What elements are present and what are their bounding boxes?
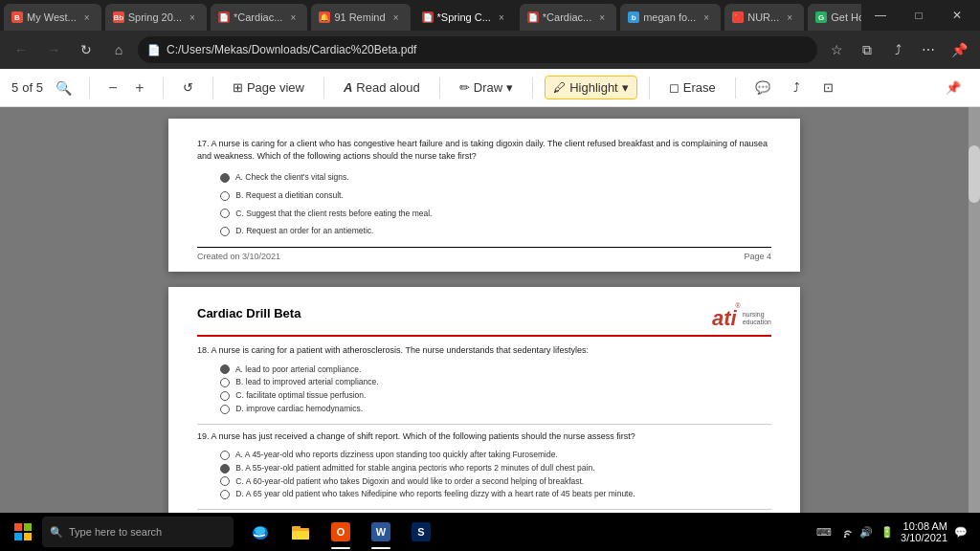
- tab-close-tab1[interactable]: ×: [80, 11, 94, 24]
- pdf-content: 17. A nurse is caring for a client who h…: [0, 107, 980, 551]
- tab-label-tab8: NUR...: [747, 11, 779, 23]
- taskbar-edge[interactable]: [241, 513, 279, 551]
- share-button[interactable]: ⤴: [884, 36, 911, 63]
- answer-circle-17d: [220, 227, 230, 236]
- page-navigation-group: 5 of 5: [11, 80, 43, 95]
- tab-close-tab6[interactable]: ×: [595, 11, 609, 24]
- ati-logo-sup: ®: [735, 302, 740, 309]
- more-options-button[interactable]: ⊡: [815, 77, 841, 99]
- answer-circle-19b: [220, 464, 230, 474]
- zoom-out-button[interactable]: −: [101, 77, 124, 99]
- question-18-section: 18. A nurse is caring for a patient with…: [197, 344, 771, 414]
- comment-button[interactable]: 💬: [747, 77, 778, 99]
- draw-button[interactable]: ✏ Draw ▾: [452, 77, 521, 99]
- answer-17b: B. Request a dietitian consult.: [209, 190, 771, 201]
- svg-rect-6: [292, 526, 301, 530]
- minimize-button[interactable]: —: [861, 0, 900, 31]
- divider-7: [649, 77, 650, 99]
- close-button[interactable]: ✕: [938, 0, 976, 31]
- search-label: Type here to search: [69, 526, 162, 538]
- answer-18a: A. lead to poor arterial compliance.: [209, 364, 771, 375]
- highlight-chevron: ▾: [622, 80, 629, 95]
- windows-icon: [14, 523, 32, 540]
- ati-header: Cardiac Drill Beta ati ® nursingeducatio…: [197, 306, 771, 337]
- answer-circle-17b: [220, 191, 230, 201]
- answer-18c: C. facilitate optimal tissue perfusion.: [209, 390, 771, 401]
- network-icon[interactable]: [837, 524, 853, 540]
- draw-label: Draw: [474, 80, 502, 95]
- highlight-label: Highlight: [569, 80, 618, 95]
- footer-left-4: Created on 3/10/2021: [197, 252, 280, 261]
- tab-tab7[interactable]: bmegan fo...×: [620, 4, 721, 31]
- tab-close-tab4[interactable]: ×: [390, 11, 403, 24]
- keyboard-icon[interactable]: ⌨: [816, 524, 832, 540]
- answer-circle-19d: [220, 490, 230, 499]
- pdf-page-4: 17. A nurse is caring for a client who h…: [168, 119, 800, 272]
- page-view-label: Page view: [247, 80, 304, 95]
- tab-close-tab8[interactable]: ×: [783, 11, 796, 24]
- system-clock[interactable]: 10:08 AM 3/10/2021: [901, 520, 947, 543]
- tab-close-tab3[interactable]: ×: [286, 11, 300, 24]
- forward-button[interactable]: →: [40, 36, 67, 63]
- zoom-in-button[interactable]: +: [128, 77, 151, 99]
- settings-button[interactable]: ⋯: [915, 36, 942, 63]
- tab-close-tab5[interactable]: ×: [495, 11, 508, 24]
- tab-tab9[interactable]: GGet Hom...×: [808, 4, 861, 31]
- answer-circle-19a: [220, 451, 230, 460]
- taskbar-search[interactable]: 🔍 Type here to search: [42, 517, 234, 547]
- scrollbar-thumb[interactable]: [969, 145, 980, 203]
- tab-label-tab4: 91 Remind: [334, 11, 385, 23]
- start-button[interactable]: [4, 513, 42, 551]
- answer-circle-18d: [220, 405, 230, 414]
- page-view-icon: ⊞: [233, 80, 243, 95]
- speaker-icon[interactable]: 🔊: [858, 524, 874, 540]
- tab-tab4[interactable]: 🔔91 Remind×: [311, 4, 410, 31]
- tab-close-tab7[interactable]: ×: [700, 11, 713, 24]
- tab-tab6[interactable]: 📄*Cardiac...×: [520, 4, 616, 31]
- pdf-scroll-area[interactable]: 17. A nurse is caring for a client who h…: [0, 107, 969, 551]
- taskbar-apps: O W S: [241, 513, 816, 551]
- tab-tab1[interactable]: BMy West...×: [4, 4, 101, 31]
- search-pdf-button[interactable]: 🔍: [51, 75, 78, 101]
- tabs-area: BMy West...×BbSpring 20...×📄*Cardiac...×…: [4, 0, 861, 31]
- taskbar-powershell[interactable]: S: [402, 513, 440, 551]
- tab-tab8[interactable]: 🔴NUR...×: [724, 4, 804, 31]
- ati-logo: ati ® nursingeducation: [712, 306, 771, 331]
- tab-close-tab2[interactable]: ×: [186, 11, 199, 24]
- answer-circle-19c: [220, 476, 230, 486]
- tab-icon-tab4: 🔔: [319, 11, 330, 23]
- sidebar-button[interactable]: 📌: [946, 36, 972, 63]
- tab-tab3[interactable]: 📄*Cardiac...×: [211, 4, 307, 31]
- tab-label-tab7: megan fo...: [643, 11, 696, 23]
- divider-5: [439, 77, 440, 99]
- pin-button[interactable]: 📌: [938, 77, 969, 99]
- battery-icon[interactable]: 🔋: [880, 524, 895, 540]
- back-button[interactable]: ←: [8, 36, 34, 63]
- maximize-button[interactable]: □: [900, 0, 938, 31]
- erase-button[interactable]: ◻ Erase: [661, 77, 724, 99]
- answer-19a: A. A 45-year-old who reports dizziness u…: [209, 450, 771, 460]
- taskbar-file-explorer[interactable]: [281, 513, 320, 551]
- refresh-button[interactable]: ↻: [73, 36, 100, 63]
- taskbar-word[interactable]: W: [362, 513, 400, 551]
- svg-rect-0: [14, 523, 22, 531]
- divider-3: [212, 77, 213, 99]
- highlight-button[interactable]: 🖊 Highlight ▾: [545, 76, 637, 99]
- collections-button[interactable]: ⧉: [854, 36, 880, 63]
- scrollbar[interactable]: [969, 107, 980, 551]
- tab-tab5[interactable]: 📄*Spring C...×: [414, 4, 516, 31]
- favorites-button[interactable]: ☆: [823, 36, 850, 63]
- read-aloud-icon: A: [344, 80, 352, 95]
- home-button[interactable]: ⌂: [105, 36, 132, 63]
- read-aloud-button[interactable]: A Read aloud: [336, 77, 428, 99]
- share-pdf-button[interactable]: ⤴: [786, 77, 808, 99]
- address-bar[interactable]: 📄 C:/Users/Mekas/Downloads/Cardiac%20Bet…: [138, 36, 817, 63]
- notifications-button[interactable]: 💬: [953, 524, 969, 540]
- navigation-bar: ← → ↻ ⌂ 📄 C:/Users/Mekas/Downloads/Cardi…: [0, 31, 980, 69]
- draw-chevron: ▾: [506, 80, 513, 95]
- rotate-button[interactable]: ↺: [175, 77, 201, 99]
- taskbar-office[interactable]: O: [322, 513, 360, 551]
- page-view-button[interactable]: ⊞ Page view: [225, 77, 312, 99]
- tab-label-tab3: *Cardiac...: [234, 11, 282, 23]
- tab-tab2[interactable]: BbSpring 20...×: [105, 4, 207, 31]
